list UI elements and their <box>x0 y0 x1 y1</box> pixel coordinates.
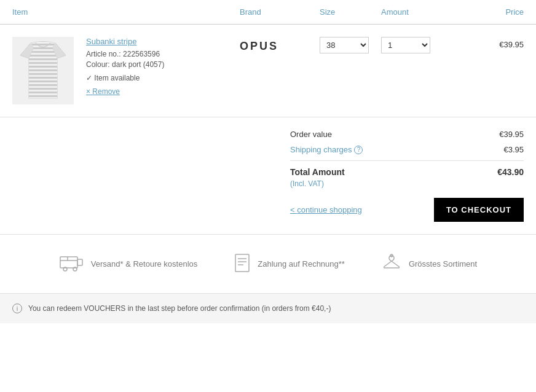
product-row: Subanki stripe Article no.: 222563596 Co… <box>0 25 536 117</box>
continue-shopping-link[interactable]: continue shopping <box>290 205 362 214</box>
feature-shipping: Versand* & Retoure kostenlos <box>59 254 197 273</box>
page-wrapper: Item Brand Size Amount Price <box>0 0 536 392</box>
col-amount-header: Amount <box>381 7 443 17</box>
product-brand: OPUS <box>240 37 320 53</box>
voucher-info-icon: i <box>12 304 22 313</box>
col-price-header: Price <box>443 7 524 17</box>
product-article: Article no.: 222563596 <box>86 50 240 58</box>
svg-rect-3 <box>60 257 77 268</box>
feature-assortment: Grösstes Sortiment <box>382 253 477 275</box>
total-label: Total Amount <box>290 167 345 177</box>
order-value-row: Order value €39.95 <box>290 130 524 139</box>
remove-link[interactable]: Remove <box>86 87 240 96</box>
product-name[interactable]: Subanki stripe <box>86 37 240 46</box>
total-row: Total Amount €43.90 <box>290 167 524 177</box>
col-size-header: Size <box>320 7 381 17</box>
order-value: €39.95 <box>499 130 524 139</box>
invoice-icon <box>234 253 250 275</box>
product-image <box>12 37 74 104</box>
svg-rect-9 <box>235 254 249 272</box>
product-amount: 1 2 3 4 5 <box>381 37 443 53</box>
size-select[interactable]: 38 36 40 42 44 <box>320 37 369 53</box>
product-price: €39.95 <box>443 37 524 49</box>
product-colour: Colour: dark port (4057) <box>86 60 240 69</box>
features-strip: Versand* & Retoure kostenlos Zahlung auf… <box>0 235 536 294</box>
feature-assortment-text: Grösstes Sortiment <box>409 259 477 269</box>
total-value: €43.90 <box>497 167 524 177</box>
order-value-label: Order value <box>290 130 332 139</box>
summary-actions: continue shopping TO CHECKOUT <box>290 198 524 222</box>
table-header: Item Brand Size Amount Price <box>0 0 536 25</box>
product-info: Subanki stripe Article no.: 222563596 Co… <box>86 37 240 96</box>
voucher-message: You can redeem VOUCHERS in the last step… <box>28 304 331 313</box>
shipping-value: €3.95 <box>503 145 524 154</box>
amount-select[interactable]: 1 2 3 4 5 <box>381 37 430 53</box>
col-brand-header: Brand <box>240 7 320 17</box>
product-availability: Item available <box>86 74 240 82</box>
feature-payment: Zahlung auf Rechnung** <box>234 253 345 275</box>
product-size: 38 36 40 42 44 <box>320 37 381 53</box>
vat-note: (Incl. VAT) <box>290 179 524 188</box>
shipping-row: Shipping charges ? €3.95 <box>290 145 524 154</box>
feature-payment-text: Zahlung auf Rechnung** <box>258 259 345 269</box>
summary-section: Order value €39.95 Shipping charges ? €3… <box>0 117 536 235</box>
box-icon <box>59 254 84 273</box>
svg-rect-2 <box>15 40 71 101</box>
summary-divider <box>290 160 524 161</box>
shipping-info-icon[interactable]: ? <box>354 146 363 154</box>
feature-shipping-text: Versand* & Retoure kostenlos <box>91 259 197 269</box>
shipping-label: Shipping charges ? <box>290 145 363 154</box>
voucher-banner: i You can redeem VOUCHERS in the last st… <box>0 294 536 323</box>
checkout-button[interactable]: TO CHECKOUT <box>434 198 524 222</box>
summary-box: Order value €39.95 Shipping charges ? €3… <box>290 130 524 222</box>
hanger-icon <box>382 253 401 275</box>
brand-logo: OPUS <box>240 40 278 53</box>
col-item-header: Item <box>12 7 240 17</box>
svg-rect-6 <box>77 259 82 265</box>
